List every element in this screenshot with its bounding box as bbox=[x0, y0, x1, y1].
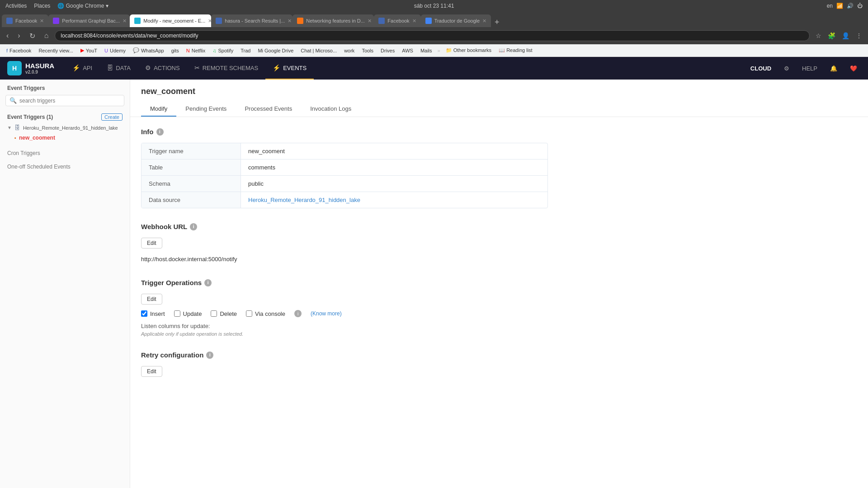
bookmark-whatsapp-label: WhatsApp bbox=[141, 48, 164, 53]
places-label[interactable]: Places bbox=[34, 3, 50, 9]
event-triggers-label: Event Triggers (1) Create bbox=[0, 110, 130, 122]
info-row-schema: Schema public bbox=[142, 176, 547, 192]
via-console-checkbox[interactable] bbox=[246, 310, 252, 317]
bookmark-udemy[interactable]: U Udemy bbox=[102, 47, 128, 54]
tab-close-hasura[interactable]: ✕ bbox=[208, 18, 211, 24]
browser-tab-search[interactable]: hasura - Search Results |... ✕ bbox=[211, 14, 292, 27]
bookmark-whatsapp[interactable]: 💬 WhatsApp bbox=[130, 47, 167, 54]
os-sound-icon: 🔊 bbox=[847, 3, 854, 9]
os-power-icon: ⏻ bbox=[857, 3, 863, 9]
webhook-edit-button[interactable]: Edit bbox=[141, 238, 162, 249]
sidebar-trigger-item[interactable]: ▪ new_cooment bbox=[0, 133, 130, 143]
schema-val: public bbox=[241, 176, 547, 192]
tab-close-traductor[interactable]: ✕ bbox=[482, 18, 486, 24]
update-checkbox[interactable] bbox=[174, 310, 180, 317]
os-lang: en bbox=[827, 3, 833, 9]
create-trigger-button[interactable]: Create bbox=[101, 113, 123, 121]
nav-api[interactable]: ⚡ API bbox=[65, 57, 99, 80]
bookmark-drive[interactable]: Mi Google Drive bbox=[255, 47, 296, 54]
bookmark-chat[interactable]: Chat | Microso... bbox=[298, 47, 340, 54]
tab-processed-events[interactable]: Processed Events bbox=[236, 102, 301, 117]
bookmark-netflix[interactable]: N Netflix bbox=[184, 47, 208, 54]
know-more-link[interactable]: (Know more) bbox=[311, 310, 342, 317]
browser-tab-graphql[interactable]: Performant Graphql Bac... ✕ bbox=[48, 14, 130, 27]
bookmark-recently[interactable]: Recently view... bbox=[36, 47, 75, 54]
tab-favicon-hasura bbox=[134, 18, 141, 24]
bookmark-reading[interactable]: 📖 Reading list bbox=[496, 47, 535, 54]
os-datetime: sáb oct 23 11:41 bbox=[414, 3, 454, 9]
tab-close-networking[interactable]: ✕ bbox=[368, 18, 372, 24]
tab-close-search[interactable]: ✕ bbox=[288, 18, 292, 24]
trigger-ops-edit-button[interactable]: Edit bbox=[141, 294, 162, 305]
nav-actions[interactable]: ⚙ ACTIONS bbox=[138, 57, 187, 80]
retry-section: Retry configuration i Edit bbox=[141, 351, 857, 382]
new-tab-button[interactable]: + bbox=[491, 18, 503, 27]
via-console-info-icon[interactable]: i bbox=[294, 310, 302, 317]
bookmark-youtube[interactable]: ▶ YouT bbox=[78, 47, 100, 54]
bookmark-aws[interactable]: AWS bbox=[399, 47, 416, 54]
tab-favicon-networking bbox=[297, 18, 303, 24]
back-button[interactable]: ‹ bbox=[4, 31, 11, 41]
settings-button[interactable]: ⚙ bbox=[780, 63, 793, 74]
nav-remote-schemas[interactable]: ✂ REMOTE SCHEMAS bbox=[187, 57, 266, 80]
browser-tab-facebook1[interactable]: Facebook ✕ bbox=[2, 14, 48, 27]
hasura-logo[interactable]: H HASURA v2.0.9 bbox=[7, 61, 54, 75]
bookmark-trad[interactable]: Trad bbox=[238, 47, 253, 54]
address-input[interactable] bbox=[55, 30, 810, 41]
sidebar: Event Triggers 🔍 Event Triggers (1) Crea… bbox=[0, 80, 130, 488]
browser-tab-hasura[interactable]: Modify - new_cooment - E... ✕ bbox=[130, 14, 211, 27]
listen-columns-note: Applicable only if update operation is s… bbox=[141, 331, 857, 337]
search-input[interactable] bbox=[19, 98, 120, 104]
reload-button[interactable]: ↻ bbox=[27, 31, 38, 41]
bookmark-other[interactable]: 📁 Other bookmarks bbox=[443, 47, 494, 54]
tab-favicon-traductor bbox=[425, 18, 432, 24]
tab-close-graphql[interactable]: ✕ bbox=[123, 18, 127, 24]
browser-tab-traductor[interactable]: Traductor de Google ✕ bbox=[421, 14, 491, 27]
info-icon[interactable]: i bbox=[156, 128, 164, 136]
bookmarks-bar: f Facebook Recently view... ▶ YouT U Ude… bbox=[0, 44, 868, 57]
bookmark-mails[interactable]: Mails bbox=[418, 47, 435, 54]
tab-close-facebook2[interactable]: ✕ bbox=[412, 18, 416, 24]
bookmark-facebook[interactable]: f Facebook bbox=[4, 47, 34, 54]
sidebar-db-item[interactable]: ▼ 🗄 Heroku_Remote_Herardo_91_hidden_lake bbox=[0, 122, 130, 133]
browser-tab-facebook2[interactable]: Facebook ✕ bbox=[374, 14, 420, 27]
browser-tab-networking[interactable]: Networking features in D... ✕ bbox=[292, 14, 374, 27]
extension-button[interactable]: 🧩 bbox=[826, 31, 838, 40]
bookmark-work[interactable]: work bbox=[341, 47, 357, 54]
sidebar-cron-triggers[interactable]: Cron Triggers bbox=[0, 146, 130, 160]
activities-label[interactable]: Activities bbox=[5, 3, 27, 9]
bookmark-gits[interactable]: gits bbox=[169, 47, 182, 54]
menu-button[interactable]: ⋮ bbox=[854, 31, 864, 40]
bookmark-tools[interactable]: Tools bbox=[359, 47, 376, 54]
webhook-url-text: http://host.docker.internal:5000/notify bbox=[141, 254, 857, 264]
insert-checkbox[interactable] bbox=[141, 310, 147, 317]
datasource-val[interactable]: Heroku_Remote_Herardo_91_hidden_lake bbox=[241, 192, 547, 208]
nav-data[interactable]: 🗄 DATA bbox=[99, 57, 138, 80]
nav-events[interactable]: ⚡ EVENTS bbox=[265, 57, 314, 80]
notifications-button[interactable]: 🔔 bbox=[826, 63, 841, 74]
tab-pending-events[interactable]: Pending Events bbox=[176, 102, 236, 117]
trigger-ops-info-icon[interactable]: i bbox=[204, 279, 212, 286]
bookmark-star-button[interactable]: ☆ bbox=[813, 31, 824, 40]
trigger-name-val: new_cooment bbox=[241, 143, 547, 159]
help-button[interactable]: HELP bbox=[798, 63, 821, 74]
retry-edit-button[interactable]: Edit bbox=[141, 366, 162, 377]
content-area: new_cooment Modify Pending Events Proces… bbox=[130, 80, 868, 488]
bookmark-spotify[interactable]: ♫ Spotify bbox=[210, 47, 236, 54]
delete-checkbox[interactable] bbox=[211, 310, 217, 317]
tab-close-facebook1[interactable]: ✕ bbox=[40, 18, 44, 24]
webhook-info-icon[interactable]: i bbox=[190, 223, 197, 230]
page-tabs: Modify Pending Events Processed Events I… bbox=[141, 102, 857, 117]
tab-modify[interactable]: Modify bbox=[141, 102, 176, 117]
retry-info-icon[interactable]: i bbox=[206, 352, 213, 359]
sidebar-one-off-events[interactable]: One-off Scheduled Events bbox=[0, 160, 130, 174]
user-button[interactable]: ❤️ bbox=[846, 63, 861, 74]
info-section: Info i Trigger name new_cooment Table co… bbox=[141, 128, 857, 208]
cloud-button[interactable]: CLOUD bbox=[747, 63, 775, 74]
bookmark-facebook-icon: f bbox=[6, 48, 8, 53]
account-button[interactable]: 👤 bbox=[840, 31, 852, 40]
bookmark-drives[interactable]: Drives bbox=[378, 47, 397, 54]
home-button[interactable]: ⌂ bbox=[42, 31, 52, 41]
tab-invocation-logs[interactable]: Invocation Logs bbox=[301, 102, 360, 117]
forward-button[interactable]: › bbox=[15, 31, 23, 41]
